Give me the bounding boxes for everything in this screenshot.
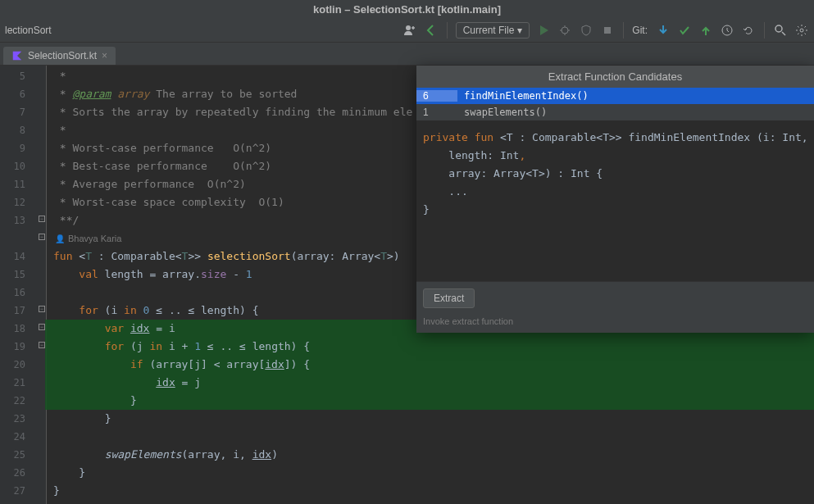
coverage-icon[interactable] xyxy=(579,23,593,38)
kotlin-file-icon xyxy=(11,50,23,61)
fold-marker-icon[interactable]: − xyxy=(39,306,45,312)
stop-icon[interactable] xyxy=(600,23,615,38)
debug-icon[interactable] xyxy=(557,23,572,38)
svg-point-5 xyxy=(800,29,803,32)
run-config-selector[interactable]: Current File ▾ xyxy=(456,22,530,39)
extract-function-popup: Extract Function Candidates 6 findMinEle… xyxy=(416,66,814,333)
svg-point-4 xyxy=(775,25,782,32)
git-commit-icon[interactable] xyxy=(677,23,692,38)
candidate-row[interactable]: 6 findMinElementIndex() xyxy=(416,88,814,104)
person-icon: 👤 xyxy=(55,234,65,243)
close-icon[interactable]: × xyxy=(102,50,107,61)
window-titlebar: kotlin – SelectionSort.kt [kotlin.main] xyxy=(0,0,814,18)
line-number-gutter: 5 6 7 8 9 10 11 12 13 14 15 16 17 18 19 … xyxy=(0,66,37,504)
tab-label: SelectionSort.kt xyxy=(28,50,97,61)
popup-title: Extract Function Candidates xyxy=(416,66,814,88)
editor-tab[interactable]: SelectionSort.kt × xyxy=(3,47,116,65)
fold-marker-icon[interactable]: − xyxy=(39,342,45,348)
chevron-down-icon: ▾ xyxy=(517,25,522,36)
breadcrumb: lectionSort xyxy=(5,25,52,36)
svg-point-1 xyxy=(562,27,568,34)
fold-gutter: − − − − − xyxy=(37,66,47,504)
git-push-icon[interactable] xyxy=(698,23,713,38)
run-icon[interactable] xyxy=(536,23,551,38)
back-arrow-icon[interactable] xyxy=(424,23,439,38)
history-icon[interactable] xyxy=(720,23,734,38)
fold-marker-icon[interactable]: − xyxy=(39,234,45,240)
git-pull-icon[interactable] xyxy=(656,23,671,38)
fold-marker-icon[interactable]: − xyxy=(39,216,45,222)
editor-tabbar: SelectionSort.kt × xyxy=(0,43,814,66)
git-label: Git: xyxy=(632,25,648,36)
code-preview: private fun <T : Comparable<T>> findMinE… xyxy=(416,120,814,281)
svg-rect-2 xyxy=(604,27,611,34)
rollback-icon[interactable] xyxy=(741,23,756,38)
settings-icon[interactable] xyxy=(794,23,809,38)
candidate-row[interactable]: 1 swapElements() xyxy=(416,104,814,120)
search-icon[interactable] xyxy=(773,23,788,38)
extract-button[interactable]: Extract xyxy=(423,288,475,308)
svg-point-0 xyxy=(406,25,411,30)
fold-marker-icon[interactable]: − xyxy=(39,324,45,330)
main-toolbar: lectionSort Current File ▾ Git: xyxy=(0,18,814,43)
popup-hint: Invoke extract function xyxy=(416,315,814,333)
add-user-icon[interactable] xyxy=(402,23,417,38)
